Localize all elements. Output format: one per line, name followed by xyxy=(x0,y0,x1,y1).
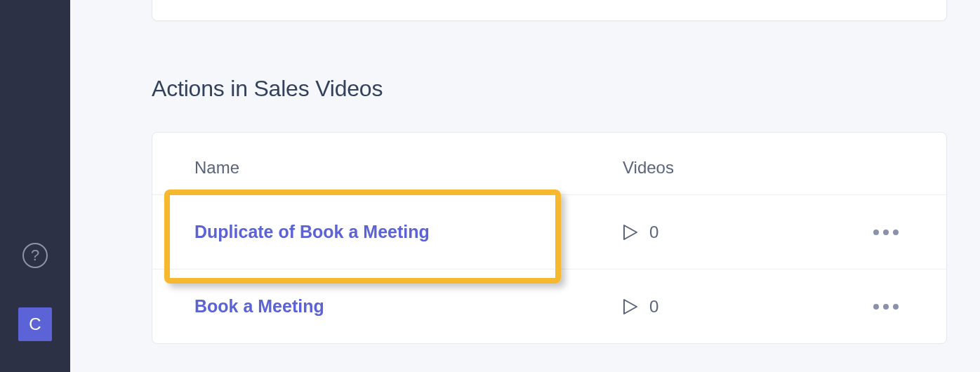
action-name-link[interactable]: Book a Meeting xyxy=(194,296,324,316)
play-icon xyxy=(623,224,638,241)
section-title: Actions in Sales Videos xyxy=(152,76,383,102)
ellipsis-icon xyxy=(873,304,879,310)
avatar[interactable]: C xyxy=(18,307,52,341)
main-content: Actions in Sales Videos Name Videos Dupl… xyxy=(70,0,980,372)
play-icon xyxy=(623,298,638,315)
ellipsis-icon xyxy=(893,230,899,235)
action-name-link[interactable]: Duplicate of Book a Meeting xyxy=(194,222,430,241)
column-header-name: Name xyxy=(194,158,623,178)
table-row: Book a Meeting 0 xyxy=(152,270,946,343)
ellipsis-icon xyxy=(883,230,889,235)
video-count: 0 xyxy=(649,297,658,317)
actions-table: Name Videos Duplicate of Book a Meeting … xyxy=(152,132,947,344)
more-options-button[interactable] xyxy=(868,224,904,241)
help-glyph: ? xyxy=(31,246,39,265)
ellipsis-icon xyxy=(893,304,899,310)
sidebar: ? C xyxy=(0,0,70,372)
video-count: 0 xyxy=(649,222,658,242)
column-header-videos: Videos xyxy=(623,158,833,178)
ellipsis-icon xyxy=(873,230,879,235)
avatar-letter: C xyxy=(29,314,41,334)
table-row: Duplicate of Book a Meeting 0 xyxy=(152,195,946,270)
more-options-button[interactable] xyxy=(868,298,904,315)
ellipsis-icon xyxy=(883,304,889,310)
previous-section-card xyxy=(152,0,947,21)
help-icon[interactable]: ? xyxy=(22,243,48,268)
table-header: Name Videos xyxy=(152,133,946,195)
